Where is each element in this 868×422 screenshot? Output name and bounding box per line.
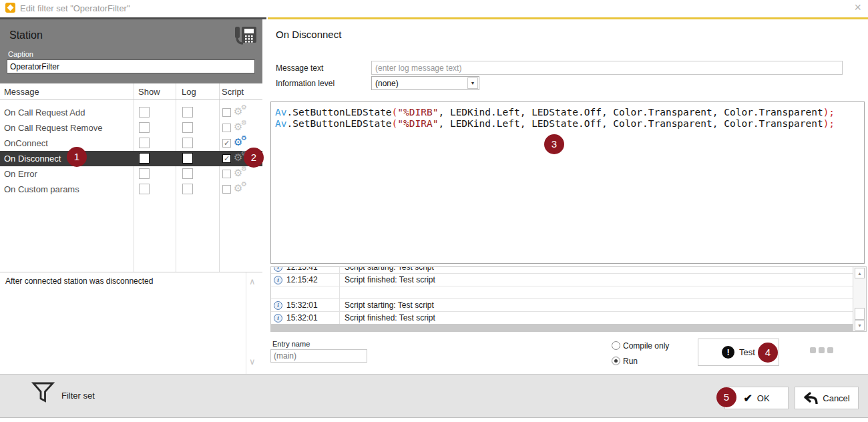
script-checkbox[interactable]: ✓ [222,139,231,148]
log-time: 15:32:01 [286,299,318,312]
show-checkbox[interactable] [139,168,150,179]
code-string: "%DIRB" [397,107,438,118]
log-checkbox[interactable] [182,168,193,179]
script-checkbox[interactable] [222,124,231,132]
dot-shape [827,347,833,353]
message-description-area: After connected station was disconnected… [0,272,262,374]
info-icon: i [274,314,282,323]
info-icon: i [274,301,282,310]
horizontal-scrollbar[interactable] [271,324,853,331]
table-row[interactable]: On Call Request Add ⚙⚙ [0,105,262,120]
table-row[interactable]: On Call Request Remove ⚙⚙ [0,120,262,136]
script-checkbox[interactable]: ✓ [222,154,231,163]
log-checkbox[interactable] [182,184,193,194]
scrollbar-thumb[interactable] [855,308,865,320]
scroll-up-button[interactable]: ▲ [855,268,865,278]
cancel-button[interactable]: Cancel [795,387,859,409]
log-row[interactable]: i 15:32:01 Script starting: Test script [271,299,853,312]
diamond-shape [7,5,14,11]
message-text-label: Message text [276,63,323,73]
script-checkbox[interactable] [222,108,231,117]
annotation-badge-4: 4 [758,343,778,363]
cancel-button-label: Cancel [823,393,849,403]
log-message: Script starting: Test script [345,267,434,274]
script-gear-icon[interactable]: ⚙⚙ [234,183,251,195]
station-panel-header: Station Caption [0,19,262,83]
script-editor[interactable]: Av.SetButtonLEDState("%DIRB", LEDKind.Le… [270,101,865,264]
log-row[interactable]: i 12:15:42 Script finished: Test script [271,274,853,286]
code-string: "%DIRA" [397,118,438,129]
message-description: After connected station was disconnected [5,276,153,286]
log-checkbox[interactable] [182,138,193,148]
window-title: Edit filter set "OperatorFilter" [20,3,130,13]
show-checkbox[interactable] [139,138,150,148]
code-method: .SetButtonLEDState [286,107,391,118]
check-icon: ✔ [743,392,752,405]
log-checkbox[interactable] [182,122,193,133]
chevron-down-icon[interactable]: ▼ [467,77,478,89]
more-options-button[interactable] [810,347,833,353]
code-identifier: Av [275,118,286,129]
annotation-badge-1: 1 [67,147,87,167]
header-show: Show [138,87,160,97]
script-gear-icon[interactable]: ⚙⚙ [234,137,251,149]
ok-button-label: OK [757,393,770,403]
header-message: Message [4,87,39,97]
log-row[interactable]: i 15:32:01 Script finished: Test script [271,312,853,325]
log-rows: i 12:15:41 Script starting: Test script … [271,267,853,331]
code-method: .SetButtonLEDState [286,118,391,129]
message-row-label: On Call Request Remove [4,120,102,136]
header-log: Log [182,87,196,97]
dot-shape [819,347,825,353]
scroll-down-icon[interactable]: ∨ [249,357,256,367]
log-time: 15:32:01 [286,312,318,325]
show-checkbox[interactable] [139,184,150,194]
script-gear-icon[interactable]: ⚙⚙ [234,122,251,134]
scroll-up-icon[interactable]: ∧ [249,276,256,286]
table-row[interactable]: On Custom params ⚙⚙ [0,182,262,197]
table-row[interactable]: OnConnect ✓ ⚙⚙ [0,136,262,151]
message-row-label: On Custom params [4,182,79,197]
code-args: , LEDKind.Left, LEDState.Off, Color.Tran… [438,107,823,118]
dot-shape [810,347,816,353]
log-row[interactable]: i 12:15:41 Script starting: Test script [271,267,853,274]
footer-bar: Filter set ✔ OK Cancel [0,374,868,418]
vertical-scrollbar[interactable]: ▲ ▼ [853,267,866,331]
test-button-label: Test [739,347,755,357]
caption-input[interactable] [7,59,255,73]
script-checkbox[interactable] [222,185,231,194]
script-gear-icon[interactable]: ⚙⚙ [234,168,251,180]
edit-filter-set-dialog: Edit filter set "OperatorFilter" × Stati… [0,0,868,422]
show-checkbox[interactable] [139,107,150,118]
message-row-label: On Disconnect [4,151,61,166]
code-paren: ); [823,118,835,129]
script-checkbox[interactable] [222,170,231,178]
exclamation-icon: ! [722,346,734,359]
information-level-select[interactable]: (none) ▼ [371,76,479,90]
compile-only-radio[interactable] [612,341,620,350]
scroll-down-button[interactable]: ▼ [855,320,865,331]
caption-label: Caption [8,50,33,58]
script-gear-icon[interactable]: ⚙⚙ [234,106,251,118]
info-icon: i [274,267,282,272]
log-checkbox[interactable] [182,107,193,118]
table-header-row: Message Show Log Script [0,83,262,100]
log-column-divider [339,267,340,324]
show-checkbox[interactable] [139,153,150,164]
table-row-selected[interactable]: On Disconnect ✓ ⚙⚙ [0,151,262,166]
run-radio[interactable] [612,357,620,365]
header-script: Script [222,87,244,97]
message-row-label: On Error [4,166,37,182]
log-message: Script finished: Test script [345,274,435,286]
close-icon[interactable]: × [854,1,861,15]
log-row-empty[interactable] [271,286,853,299]
entry-name-input[interactable] [270,349,367,363]
annotation-badge-5: 5 [716,387,736,407]
table-row[interactable]: On Error ⚙⚙ [0,166,262,182]
show-checkbox[interactable] [139,122,150,133]
log-time: 12:15:41 [286,267,318,274]
log-message: Script starting: Test script [345,299,434,312]
log-checkbox[interactable] [182,153,193,164]
filter-set-label: Filter set [61,391,95,401]
message-text-input[interactable] [371,61,843,75]
